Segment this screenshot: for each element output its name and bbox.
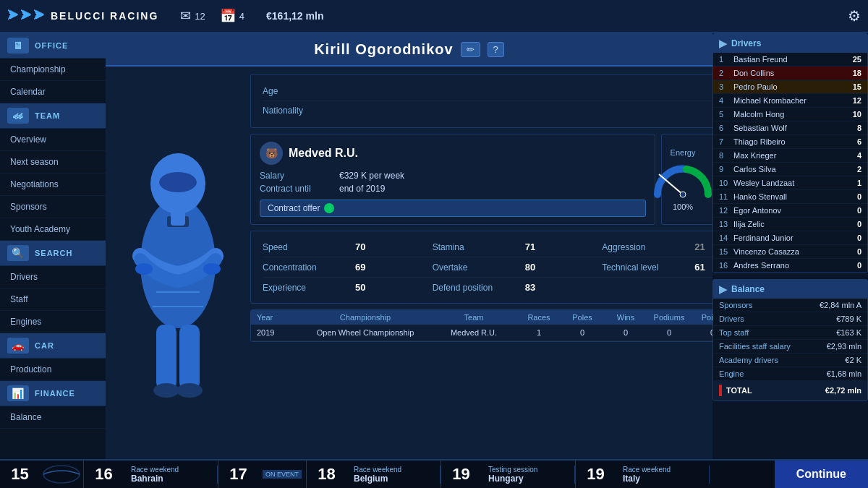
driver-pts-7: 4 (857, 151, 861, 160)
driver-list-row-0[interactable]: 1Bastian Freund25 (713, 53, 867, 67)
content-body: Age 24 Nationality Russia 🐻 (106, 67, 712, 459)
balance-row-1: Drivers€789 K (713, 312, 867, 326)
topbar: ⮞⮞⮞ BELUCCI RACING ✉ 12 📅 4 €161,12 mln … (0, 0, 868, 33)
driver-list-row-5[interactable]: 6Sebastian Wolf8 (713, 121, 867, 135)
driver-list-row-4[interactable]: 5Malcolm Hong10 (713, 108, 867, 121)
team-contract-box: 🐻 Medved R.U. Salary €329 K per week Con… (250, 134, 655, 225)
sidebar-item-engines[interactable]: Engines (0, 311, 106, 333)
career-col-points: Points (691, 313, 712, 322)
svg-point-17 (43, 466, 80, 483)
race-16-event: Race weekend Bahrain (124, 466, 218, 484)
stat-stamina-label: Stamina (433, 242, 519, 252)
driver-list-row-7[interactable]: 8Max Krieger4 (713, 149, 867, 163)
sidebar: 🖥 OFFICE Championship Calendar 🏎 TeaM Ov… (0, 33, 106, 459)
driver-list-row-8[interactable]: 9Carlos Silva2 (713, 163, 867, 176)
stat-technical-label: Technical level (602, 262, 689, 273)
race-16-type: Race weekend (131, 466, 210, 474)
calendar-count: 4 (239, 11, 244, 22)
driver-list-row-11[interactable]: 12Egor Antonov0 (713, 204, 867, 218)
driver-list-row-6[interactable]: 7Thiago Ribeiro6 (713, 135, 867, 149)
driver-rank-10: 11 (719, 192, 733, 201)
driver-list-row-13[interactable]: 14Ferdinand Junior0 (713, 231, 867, 245)
svg-rect-4 (179, 325, 200, 390)
calendar-group[interactable]: 📅 4 (220, 8, 244, 24)
calendar-icon: 📅 (220, 8, 236, 24)
stat-overtake: Overtake 80 (433, 262, 603, 273)
sidebar-item-drivers[interactable]: Drivers (0, 266, 106, 288)
career-points-0: 0 (691, 328, 712, 337)
race-15-segment: 15 (0, 461, 84, 488)
driver-list-row-1[interactable]: 2Don Collins18 (713, 67, 867, 80)
driver-list-row-2[interactable]: 3Pedro Paulo15 (713, 80, 867, 94)
driver-name-11: Egor Antonov (733, 206, 857, 215)
driver-rank-7: 8 (719, 151, 733, 160)
sidebar-item-next-season[interactable]: Next season (0, 151, 106, 174)
balance-value-3: €2,93 mln (827, 342, 861, 351)
edit-player-button[interactable]: ✏ (461, 42, 480, 57)
sidebar-item-balance[interactable]: Balance (0, 406, 106, 429)
sidebar-item-overview[interactable]: Overview (0, 129, 106, 151)
balance-label-1: Drivers (719, 314, 836, 323)
drivers-expand-icon[interactable]: ▶ (719, 38, 727, 49)
driver-list-row-9[interactable]: 10Wesley Landzaat1 (713, 176, 867, 190)
sidebar-search-header: 🔍 searcH (0, 241, 106, 266)
race-20-number: 19 (576, 465, 616, 484)
main-area: 🖥 OFFICE Championship Calendar 🏎 TeaM Ov… (0, 33, 868, 459)
driver-name-2: Pedro Paulo (733, 82, 853, 91)
stat-overtake-label: Overtake (433, 262, 519, 273)
sidebar-item-championship[interactable]: Championship (0, 59, 106, 81)
driver-name-9: Wesley Landzaat (733, 179, 857, 187)
driver-list-row-12[interactable]: 13Ilija Zelic0 (713, 218, 867, 231)
race-19-type: Testing session (488, 466, 567, 474)
player-info-button[interactable]: ? (488, 42, 504, 57)
continue-button[interactable]: Continue (775, 461, 868, 488)
sidebar-item-sponsors[interactable]: Sponsors (0, 196, 106, 218)
race-16-segment: 16 Race weekend Bahrain (84, 461, 218, 488)
balance-expand-icon[interactable]: ▶ (719, 283, 727, 295)
career-year-0: 2019 (257, 328, 300, 337)
svg-point-14 (680, 192, 686, 197)
driver-pts-4: 10 (853, 110, 861, 119)
office-icon: 🖥 (7, 38, 29, 53)
sidebar-item-negotiations[interactable]: Negotiations (0, 174, 106, 196)
svg-rect-3 (156, 325, 176, 390)
sidebar-item-production[interactable]: Production (0, 359, 106, 381)
search-icon: 🔍 (7, 245, 29, 261)
race-16-number: 16 (84, 465, 124, 484)
driver-rank-5: 6 (719, 124, 733, 132)
driver-list-row-15[interactable]: 16Andres Serrano0 (713, 259, 867, 273)
settings-icon[interactable]: ⚙ (848, 8, 861, 24)
messages-icon: ✉ (180, 8, 191, 24)
energy-gauge: Energy 100% (650, 148, 712, 211)
stat-technical-value: 61 (694, 262, 705, 273)
balance-panel-title: Balance (731, 284, 765, 294)
stats-box: Speed 70 Stamina 71 Aggression 21 (250, 231, 712, 304)
sidebar-item-staff[interactable]: Staff (0, 288, 106, 311)
stats-row-0: Speed 70 Stamina 71 Aggression 21 (263, 237, 712, 257)
driver-list-row-3[interactable]: 4Michael Krombacher12 (713, 94, 867, 108)
stat-experience-label: Experience (263, 283, 349, 293)
messages-group[interactable]: ✉ 12 (180, 8, 205, 24)
topbar-icons: ✉ 12 📅 4 €161,12 mln (180, 8, 323, 24)
salary-row: Salary €329 K per week (260, 171, 646, 181)
driver-pts-3: 12 (853, 96, 861, 105)
contract-offer-button[interactable]: Contract offer (260, 200, 646, 217)
career-col-team: Team (430, 313, 517, 322)
car-icon: 🚗 (7, 338, 29, 354)
career-podiums-0: 0 (647, 328, 691, 337)
balance-value-4: €2 K (845, 356, 861, 364)
sidebar-item-calendar[interactable]: Calendar (0, 81, 106, 103)
svg-point-6 (176, 383, 203, 398)
driver-list-row-10[interactable]: 11Hanko Stenvall0 (713, 190, 867, 204)
stats-row-1: Concentration 69 Overtake 80 Technical l… (263, 257, 712, 278)
driver-pts-5: 8 (857, 124, 861, 132)
driver-list-row-14[interactable]: 15Vincenzo Casazza0 (713, 245, 867, 259)
career-header: Year Championship Team Races Poles Wins … (251, 310, 712, 325)
race-19-loc: Hungary (488, 474, 567, 484)
balance-total-row: TOTAL €2,72 mln (713, 381, 867, 401)
balance-panel-header: ▶ Balance (713, 280, 867, 299)
player-header: Kirill Ogorodnikov ✏ ? (106, 33, 712, 67)
driver-name-6: Thiago Ribeiro (733, 137, 857, 146)
race-15-icon (40, 460, 83, 488)
sidebar-item-youth-academy[interactable]: Youth Academy (0, 218, 106, 241)
